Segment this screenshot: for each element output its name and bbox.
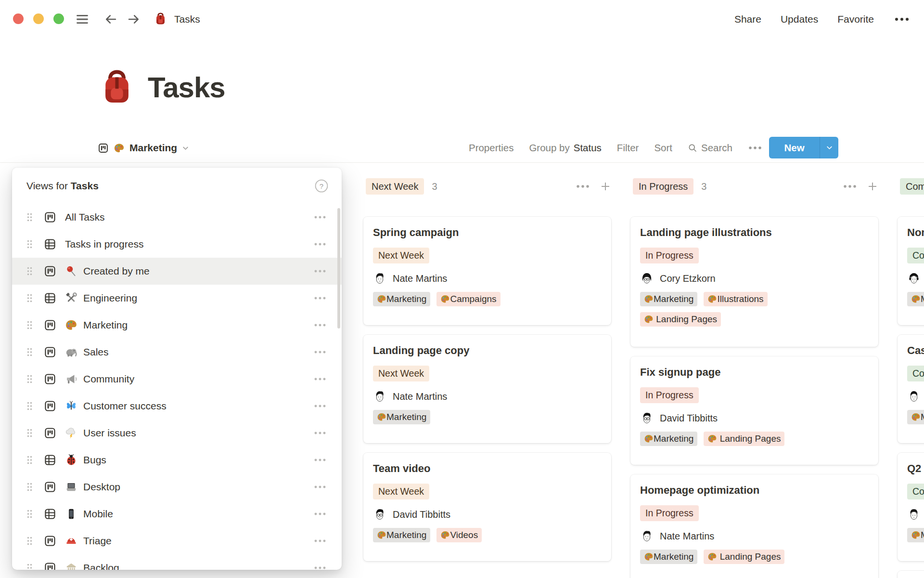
page-backpack-icon[interactable] bbox=[99, 67, 135, 107]
help-icon[interactable]: ? bbox=[315, 179, 328, 193]
drag-handle-icon[interactable] bbox=[26, 293, 33, 303]
filter-button[interactable]: Filter bbox=[617, 142, 639, 154]
row-more-icon[interactable] bbox=[313, 321, 327, 329]
drag-handle-icon[interactable] bbox=[26, 347, 33, 357]
column-more-icon[interactable] bbox=[842, 182, 858, 191]
tag-marketing[interactable]: Marketing bbox=[640, 550, 697, 564]
card-non[interactable]: NonComCM bbox=[898, 217, 924, 325]
views-panel-row-bugs[interactable]: Bugs bbox=[12, 447, 342, 473]
row-more-icon[interactable] bbox=[313, 240, 327, 249]
tag-m[interactable]: M bbox=[907, 292, 924, 306]
card-spring-campaign[interactable]: Spring campaignNext WeekNate MartinsMark… bbox=[363, 217, 611, 325]
tag-marketing[interactable]: Marketing bbox=[373, 528, 430, 542]
row-more-icon[interactable] bbox=[313, 267, 327, 276]
tag-campaigns[interactable]: Campaigns bbox=[436, 292, 500, 306]
tag-marketing[interactable]: Marketing bbox=[373, 410, 430, 424]
share-button[interactable]: Share bbox=[734, 13, 761, 25]
row-more-icon[interactable] bbox=[313, 348, 327, 356]
card-landing-page-illustrations[interactable]: Landing page illustrationsIn ProgressCor… bbox=[630, 217, 878, 347]
views-panel-row-mobile[interactable]: Mobile bbox=[12, 500, 342, 527]
favorite-button[interactable]: Favorite bbox=[837, 13, 874, 25]
column-status-pill[interactable]: Com bbox=[900, 178, 924, 195]
updates-button[interactable]: Updates bbox=[781, 13, 818, 25]
views-panel-row-engineering[interactable]: Engineering bbox=[12, 285, 342, 312]
tag-landing-pages[interactable]: Landing Pages bbox=[640, 312, 721, 327]
row-more-icon[interactable] bbox=[313, 456, 327, 464]
properties-button[interactable]: Properties bbox=[469, 142, 513, 154]
close-window-button[interactable] bbox=[13, 13, 24, 24]
drag-handle-icon[interactable] bbox=[26, 320, 33, 330]
row-more-icon[interactable] bbox=[313, 429, 327, 437]
views-panel-row-all-tasks[interactable]: All Tasks bbox=[12, 204, 342, 231]
zoom-window-button[interactable] bbox=[53, 13, 64, 24]
more-options-icon[interactable] bbox=[893, 14, 911, 25]
drag-handle-icon[interactable] bbox=[26, 509, 33, 519]
views-panel-row-created-by-me[interactable]: Created by me bbox=[12, 258, 342, 285]
row-more-icon[interactable] bbox=[313, 402, 327, 410]
drag-handle-icon[interactable] bbox=[26, 428, 33, 438]
row-more-icon[interactable] bbox=[313, 564, 327, 570]
minimize-window-button[interactable] bbox=[33, 13, 44, 24]
drag-handle-icon[interactable] bbox=[26, 563, 33, 570]
views-panel-row-community[interactable]: Community bbox=[12, 366, 342, 393]
back-arrow-icon[interactable] bbox=[104, 13, 117, 26]
column-add-icon[interactable] bbox=[600, 181, 611, 192]
card-q2-r[interactable]: Q2 rComEM bbox=[898, 453, 924, 561]
tag-m[interactable]: M bbox=[907, 410, 924, 424]
row-more-icon[interactable] bbox=[313, 510, 327, 518]
search-button[interactable]: Search bbox=[688, 142, 732, 154]
row-more-icon[interactable] bbox=[313, 294, 327, 302]
views-panel-row-desktop[interactable]: Desktop bbox=[12, 473, 342, 500]
view-switcher[interactable]: Marketing bbox=[98, 137, 189, 158]
drag-handle-icon[interactable] bbox=[26, 266, 33, 276]
column-status-pill[interactable]: Next Week bbox=[366, 178, 424, 195]
column-add-icon[interactable] bbox=[867, 181, 878, 192]
row-more-icon[interactable] bbox=[313, 375, 327, 383]
row-more-icon[interactable] bbox=[313, 537, 327, 545]
card-team-video[interactable]: Team videoNext WeekDavid TibbittsMarketi… bbox=[363, 453, 611, 561]
drag-handle-icon[interactable] bbox=[26, 212, 33, 222]
views-panel-row-sales[interactable]: Sales bbox=[12, 339, 342, 366]
tag-marketing[interactable]: Marketing bbox=[373, 292, 430, 306]
card-fix-signup-page[interactable]: Fix signup pageIn ProgressDavid Tibbitts… bbox=[630, 356, 878, 465]
drag-handle-icon[interactable] bbox=[26, 401, 33, 411]
views-panel-row-customer-success[interactable]: Customer success bbox=[12, 393, 342, 420]
board-view-icon bbox=[44, 562, 56, 570]
views-scrollbar[interactable] bbox=[337, 208, 340, 328]
page-title[interactable]: Tasks bbox=[148, 71, 225, 104]
card-stub[interactable] bbox=[898, 571, 924, 578]
forward-arrow-icon[interactable] bbox=[127, 13, 141, 26]
views-panel-row-triage[interactable]: Triage bbox=[12, 527, 342, 554]
tag-marketing[interactable]: Marketing bbox=[640, 432, 697, 446]
row-more-icon[interactable] bbox=[313, 213, 327, 222]
breadcrumb-document-title[interactable]: Tasks bbox=[174, 13, 200, 25]
drag-handle-icon[interactable] bbox=[26, 374, 33, 384]
views-panel-row-tasks-in-progress[interactable]: Tasks in progress bbox=[12, 231, 342, 258]
column-more-icon[interactable] bbox=[575, 182, 591, 191]
views-panel-row-backlog[interactable]: Backlog bbox=[12, 554, 342, 570]
sort-button[interactable]: Sort bbox=[654, 142, 672, 154]
column-status-pill[interactable]: In Progress bbox=[633, 178, 693, 195]
sidebar-menu-icon[interactable] bbox=[76, 13, 89, 26]
views-panel-row-marketing[interactable]: Marketing bbox=[12, 312, 342, 339]
drag-handle-icon[interactable] bbox=[26, 482, 33, 492]
toolbar-more-icon[interactable] bbox=[748, 143, 762, 153]
tag-marketing[interactable]: Marketing bbox=[640, 292, 697, 306]
drag-handle-icon[interactable] bbox=[26, 239, 33, 249]
kanban-board: Next Week3Spring campaignNext WeekNate M… bbox=[363, 178, 924, 578]
new-button-chevron[interactable] bbox=[820, 137, 838, 158]
drag-handle-icon[interactable] bbox=[26, 536, 33, 546]
tag-illustrations[interactable]: Illustrations bbox=[704, 292, 767, 306]
tag-videos[interactable]: Videos bbox=[436, 528, 482, 542]
row-more-icon[interactable] bbox=[313, 483, 327, 491]
card-homepage-optimization[interactable]: Homepage optimizationIn ProgressNate Mar… bbox=[630, 474, 878, 578]
group-by-button[interactable]: Group by Status bbox=[529, 142, 601, 154]
new-button[interactable]: New bbox=[769, 137, 838, 158]
tag-m[interactable]: M bbox=[907, 528, 924, 542]
card-cas[interactable]: CasComNM bbox=[898, 335, 924, 443]
drag-handle-icon[interactable] bbox=[26, 455, 33, 465]
tag-landing-pages[interactable]: Landing Pages bbox=[704, 550, 784, 564]
views-panel-row-user-issues[interactable]: User issues bbox=[12, 420, 342, 447]
tag-landing-pages[interactable]: Landing Pages bbox=[704, 432, 784, 446]
card-landing-page-copy[interactable]: Landing page copyNext WeekNate MartinsMa… bbox=[363, 335, 611, 443]
